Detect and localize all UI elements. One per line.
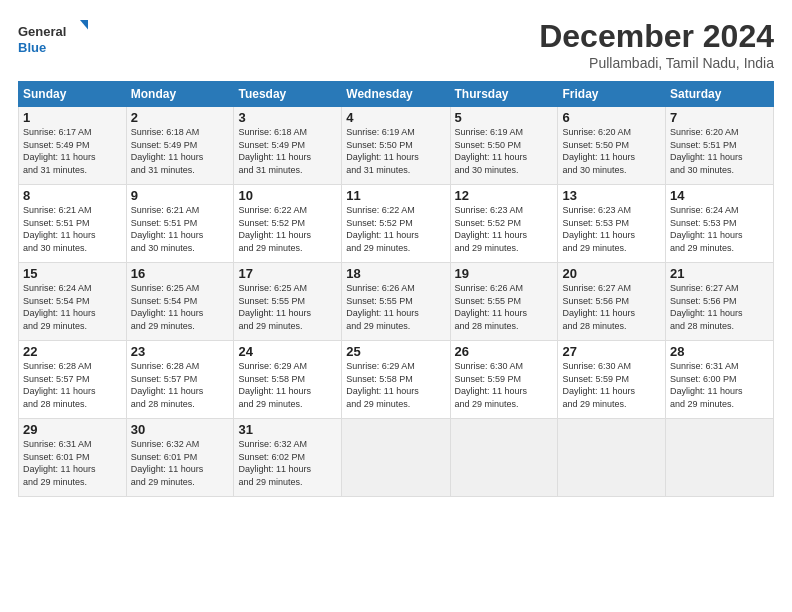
day-info: Sunrise: 6:21 AM Sunset: 5:51 PM Dayligh… bbox=[23, 204, 122, 254]
day-info: Sunrise: 6:25 AM Sunset: 5:55 PM Dayligh… bbox=[238, 282, 337, 332]
weekday-header-saturday: Saturday bbox=[666, 82, 774, 107]
calendar-cell bbox=[342, 419, 450, 497]
calendar-cell: 27Sunrise: 6:30 AM Sunset: 5:59 PM Dayli… bbox=[558, 341, 666, 419]
calendar-cell: 16Sunrise: 6:25 AM Sunset: 5:54 PM Dayli… bbox=[126, 263, 234, 341]
day-number: 3 bbox=[238, 110, 337, 125]
day-info: Sunrise: 6:31 AM Sunset: 6:01 PM Dayligh… bbox=[23, 438, 122, 488]
calendar-cell: 3Sunrise: 6:18 AM Sunset: 5:49 PM Daylig… bbox=[234, 107, 342, 185]
day-number: 5 bbox=[455, 110, 554, 125]
day-number: 6 bbox=[562, 110, 661, 125]
page-header: General Blue December 2024 Pullambadi, T… bbox=[18, 18, 774, 71]
day-info: Sunrise: 6:32 AM Sunset: 6:02 PM Dayligh… bbox=[238, 438, 337, 488]
location: Pullambadi, Tamil Nadu, India bbox=[539, 55, 774, 71]
calendar-cell: 4Sunrise: 6:19 AM Sunset: 5:50 PM Daylig… bbox=[342, 107, 450, 185]
weekday-header-thursday: Thursday bbox=[450, 82, 558, 107]
calendar-cell: 7Sunrise: 6:20 AM Sunset: 5:51 PM Daylig… bbox=[666, 107, 774, 185]
day-number: 9 bbox=[131, 188, 230, 203]
calendar-cell: 9Sunrise: 6:21 AM Sunset: 5:51 PM Daylig… bbox=[126, 185, 234, 263]
calendar-cell: 11Sunrise: 6:22 AM Sunset: 5:52 PM Dayli… bbox=[342, 185, 450, 263]
day-number: 28 bbox=[670, 344, 769, 359]
day-number: 12 bbox=[455, 188, 554, 203]
calendar-cell: 22Sunrise: 6:28 AM Sunset: 5:57 PM Dayli… bbox=[19, 341, 127, 419]
day-number: 30 bbox=[131, 422, 230, 437]
day-number: 18 bbox=[346, 266, 445, 281]
day-info: Sunrise: 6:17 AM Sunset: 5:49 PM Dayligh… bbox=[23, 126, 122, 176]
day-info: Sunrise: 6:22 AM Sunset: 5:52 PM Dayligh… bbox=[238, 204, 337, 254]
calendar-cell: 5Sunrise: 6:19 AM Sunset: 5:50 PM Daylig… bbox=[450, 107, 558, 185]
day-info: Sunrise: 6:24 AM Sunset: 5:54 PM Dayligh… bbox=[23, 282, 122, 332]
calendar-cell: 17Sunrise: 6:25 AM Sunset: 5:55 PM Dayli… bbox=[234, 263, 342, 341]
calendar-cell: 23Sunrise: 6:28 AM Sunset: 5:57 PM Dayli… bbox=[126, 341, 234, 419]
day-number: 16 bbox=[131, 266, 230, 281]
day-info: Sunrise: 6:20 AM Sunset: 5:50 PM Dayligh… bbox=[562, 126, 661, 176]
day-info: Sunrise: 6:27 AM Sunset: 5:56 PM Dayligh… bbox=[670, 282, 769, 332]
svg-text:General: General bbox=[18, 24, 66, 39]
day-info: Sunrise: 6:29 AM Sunset: 5:58 PM Dayligh… bbox=[238, 360, 337, 410]
calendar-week-1: 1Sunrise: 6:17 AM Sunset: 5:49 PM Daylig… bbox=[19, 107, 774, 185]
day-number: 19 bbox=[455, 266, 554, 281]
day-number: 24 bbox=[238, 344, 337, 359]
day-info: Sunrise: 6:23 AM Sunset: 5:52 PM Dayligh… bbox=[455, 204, 554, 254]
calendar-cell: 15Sunrise: 6:24 AM Sunset: 5:54 PM Dayli… bbox=[19, 263, 127, 341]
calendar-cell: 18Sunrise: 6:26 AM Sunset: 5:55 PM Dayli… bbox=[342, 263, 450, 341]
calendar-week-5: 29Sunrise: 6:31 AM Sunset: 6:01 PM Dayli… bbox=[19, 419, 774, 497]
title-block: December 2024 Pullambadi, Tamil Nadu, In… bbox=[539, 18, 774, 71]
calendar-cell: 12Sunrise: 6:23 AM Sunset: 5:52 PM Dayli… bbox=[450, 185, 558, 263]
svg-marker-2 bbox=[80, 20, 88, 32]
calendar-cell: 10Sunrise: 6:22 AM Sunset: 5:52 PM Dayli… bbox=[234, 185, 342, 263]
day-number: 13 bbox=[562, 188, 661, 203]
day-info: Sunrise: 6:31 AM Sunset: 6:00 PM Dayligh… bbox=[670, 360, 769, 410]
calendar-week-4: 22Sunrise: 6:28 AM Sunset: 5:57 PM Dayli… bbox=[19, 341, 774, 419]
calendar-week-2: 8Sunrise: 6:21 AM Sunset: 5:51 PM Daylig… bbox=[19, 185, 774, 263]
day-number: 31 bbox=[238, 422, 337, 437]
calendar-cell: 20Sunrise: 6:27 AM Sunset: 5:56 PM Dayli… bbox=[558, 263, 666, 341]
calendar-cell: 8Sunrise: 6:21 AM Sunset: 5:51 PM Daylig… bbox=[19, 185, 127, 263]
day-info: Sunrise: 6:25 AM Sunset: 5:54 PM Dayligh… bbox=[131, 282, 230, 332]
day-number: 26 bbox=[455, 344, 554, 359]
day-info: Sunrise: 6:26 AM Sunset: 5:55 PM Dayligh… bbox=[346, 282, 445, 332]
weekday-header-friday: Friday bbox=[558, 82, 666, 107]
day-number: 8 bbox=[23, 188, 122, 203]
day-info: Sunrise: 6:23 AM Sunset: 5:53 PM Dayligh… bbox=[562, 204, 661, 254]
page-container: General Blue December 2024 Pullambadi, T… bbox=[0, 0, 792, 507]
day-number: 14 bbox=[670, 188, 769, 203]
day-info: Sunrise: 6:22 AM Sunset: 5:52 PM Dayligh… bbox=[346, 204, 445, 254]
day-number: 22 bbox=[23, 344, 122, 359]
calendar-cell: 14Sunrise: 6:24 AM Sunset: 5:53 PM Dayli… bbox=[666, 185, 774, 263]
calendar-cell: 13Sunrise: 6:23 AM Sunset: 5:53 PM Dayli… bbox=[558, 185, 666, 263]
weekday-header-tuesday: Tuesday bbox=[234, 82, 342, 107]
day-number: 29 bbox=[23, 422, 122, 437]
weekday-header-row: SundayMondayTuesdayWednesdayThursdayFrid… bbox=[19, 82, 774, 107]
calendar-cell bbox=[450, 419, 558, 497]
day-info: Sunrise: 6:19 AM Sunset: 5:50 PM Dayligh… bbox=[346, 126, 445, 176]
calendar-cell: 19Sunrise: 6:26 AM Sunset: 5:55 PM Dayli… bbox=[450, 263, 558, 341]
calendar-cell: 21Sunrise: 6:27 AM Sunset: 5:56 PM Dayli… bbox=[666, 263, 774, 341]
day-number: 1 bbox=[23, 110, 122, 125]
day-info: Sunrise: 6:26 AM Sunset: 5:55 PM Dayligh… bbox=[455, 282, 554, 332]
day-info: Sunrise: 6:20 AM Sunset: 5:51 PM Dayligh… bbox=[670, 126, 769, 176]
calendar-cell bbox=[558, 419, 666, 497]
month-title: December 2024 bbox=[539, 18, 774, 55]
calendar-cell: 24Sunrise: 6:29 AM Sunset: 5:58 PM Dayli… bbox=[234, 341, 342, 419]
day-info: Sunrise: 6:24 AM Sunset: 5:53 PM Dayligh… bbox=[670, 204, 769, 254]
calendar-cell: 31Sunrise: 6:32 AM Sunset: 6:02 PM Dayli… bbox=[234, 419, 342, 497]
logo-svg: General Blue bbox=[18, 18, 88, 60]
day-info: Sunrise: 6:30 AM Sunset: 5:59 PM Dayligh… bbox=[455, 360, 554, 410]
day-number: 27 bbox=[562, 344, 661, 359]
day-number: 4 bbox=[346, 110, 445, 125]
day-info: Sunrise: 6:28 AM Sunset: 5:57 PM Dayligh… bbox=[131, 360, 230, 410]
logo: General Blue bbox=[18, 18, 88, 60]
day-info: Sunrise: 6:21 AM Sunset: 5:51 PM Dayligh… bbox=[131, 204, 230, 254]
day-number: 20 bbox=[562, 266, 661, 281]
day-number: 15 bbox=[23, 266, 122, 281]
calendar-cell: 1Sunrise: 6:17 AM Sunset: 5:49 PM Daylig… bbox=[19, 107, 127, 185]
day-number: 7 bbox=[670, 110, 769, 125]
calendar-cell: 25Sunrise: 6:29 AM Sunset: 5:58 PM Dayli… bbox=[342, 341, 450, 419]
calendar-cell: 28Sunrise: 6:31 AM Sunset: 6:00 PM Dayli… bbox=[666, 341, 774, 419]
day-info: Sunrise: 6:28 AM Sunset: 5:57 PM Dayligh… bbox=[23, 360, 122, 410]
weekday-header-wednesday: Wednesday bbox=[342, 82, 450, 107]
day-number: 2 bbox=[131, 110, 230, 125]
calendar-cell bbox=[666, 419, 774, 497]
day-info: Sunrise: 6:27 AM Sunset: 5:56 PM Dayligh… bbox=[562, 282, 661, 332]
svg-text:Blue: Blue bbox=[18, 40, 46, 55]
